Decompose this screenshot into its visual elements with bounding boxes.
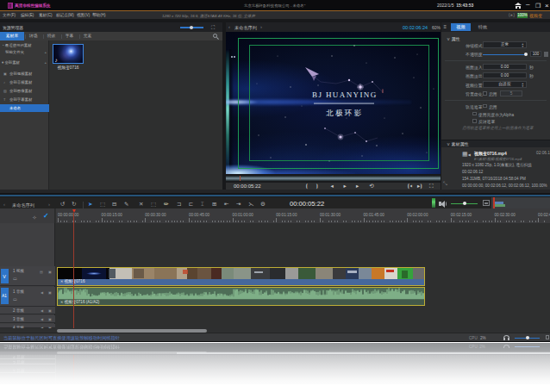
svg-text:北极环影: 北极环影	[326, 109, 364, 117]
svg-text:BJ HUANYING: BJ HUANYING	[312, 90, 378, 99]
